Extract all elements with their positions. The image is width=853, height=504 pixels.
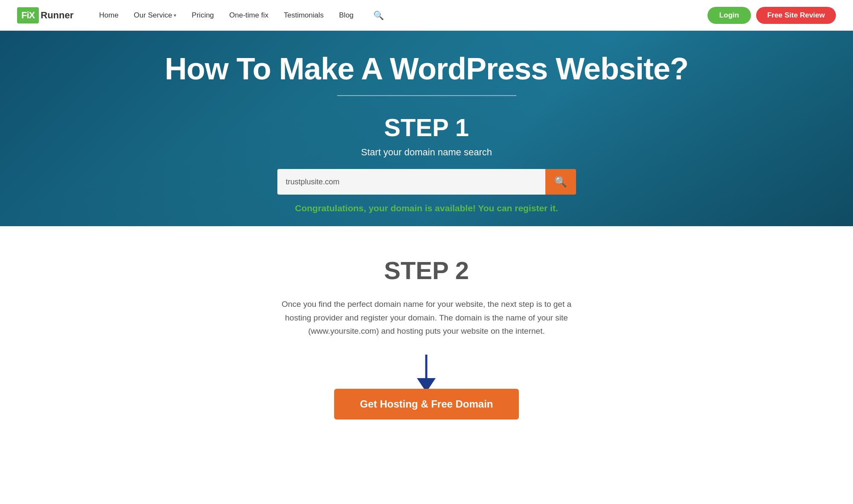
nav-links: Home Our Service ▾ Pricing One-time fix … — [99, 10, 707, 20]
domain-search-row: 🔍 — [277, 169, 576, 195]
search-icon[interactable]: 🔍 — [373, 10, 384, 20]
nav-testimonials[interactable]: Testimonials — [284, 11, 324, 20]
step1-subtitle: Start your domain name search — [361, 147, 492, 158]
free-review-button[interactable]: Free Site Review — [756, 7, 836, 24]
step2-description: Once you find the perfect domain name fo… — [269, 297, 585, 338]
down-arrow-icon — [409, 355, 443, 393]
step2-label: STEP 2 — [384, 256, 469, 285]
hero-divider — [337, 95, 516, 96]
logo-fix-box: FiX — [17, 7, 39, 23]
step2-section: STEP 2 Once you find the perfect domain … — [0, 226, 853, 454]
logo-x-text: X — [29, 10, 35, 20]
nav-home[interactable]: Home — [99, 11, 118, 20]
nav-our-service[interactable]: Our Service ▾ — [134, 11, 177, 20]
search-icon: 🔍 — [554, 176, 567, 188]
domain-search-input[interactable] — [277, 169, 545, 195]
navbar: FiX Runner Home Our Service ▾ Pricing On… — [0, 0, 853, 31]
logo-runner-text: Runner — [41, 10, 73, 21]
hero-section: How To Make A WordPress Website? STEP 1 … — [0, 0, 853, 226]
step1-label: STEP 1 — [384, 113, 469, 142]
nav-actions: Login Free Site Review — [707, 7, 836, 24]
page-title: How To Make A WordPress Website? — [165, 52, 688, 86]
logo-fi-text: Fi — [21, 10, 29, 20]
chevron-down-icon: ▾ — [174, 12, 176, 18]
domain-search-button[interactable]: 🔍 — [545, 169, 576, 195]
nav-one-time-fix[interactable]: One-time fix — [229, 11, 268, 20]
login-button[interactable]: Login — [707, 7, 751, 24]
arrow-container: Get Hosting & Free Domain — [334, 355, 518, 420]
get-hosting-button[interactable]: Get Hosting & Free Domain — [334, 389, 518, 420]
domain-available-message: Congratulations, your domain is availabl… — [295, 203, 558, 213]
logo[interactable]: FiX Runner — [17, 7, 73, 23]
nav-blog[interactable]: Blog — [339, 11, 354, 20]
nav-pricing[interactable]: Pricing — [192, 11, 214, 20]
